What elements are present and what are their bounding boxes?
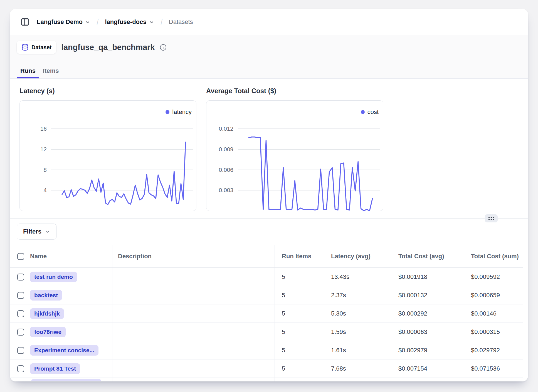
tab-runs[interactable]: Runs [17,67,39,78]
breadcrumb-separator: / [97,17,99,27]
table-body: test run demo 5 13.43s $0.001918 $0.0095… [10,268,523,381]
main-card: Langfuse Demo / langfuse-docs / Datasets… [10,9,528,381]
total-cost-sum-value: $0.000659 [471,286,500,304]
run-name-pill[interactable]: hjkfdshjk [30,308,64,319]
legend-dot-icon [166,110,169,114]
table-row: test run demo 5 13.43s $0.001918 $0.0095… [10,268,523,286]
total-cost-avg-value: $0.001918 [398,268,427,286]
breadcrumb-org[interactable]: Langfuse Demo [37,18,90,26]
svg-text:8: 8 [43,167,47,173]
legend-label: latency [172,108,192,116]
top-bar: Langfuse Demo / langfuse-docs / Datasets [10,9,528,35]
total-cost-avg-value: $0.000063 [398,323,427,341]
breadcrumb-separator: / [161,17,162,27]
chevron-down-icon [45,229,50,234]
svg-text:12: 12 [40,146,47,152]
table-right-gutter [523,245,523,381]
latency-avg-value: 7.68s [331,359,346,378]
breadcrumb-section[interactable]: Datasets [169,18,193,26]
run-name-pill[interactable]: backtest [30,290,62,301]
run-items-value: 5 [282,323,285,341]
column-header-total-cost-sum[interactable]: Total Cost (sum) [471,245,519,268]
column-header-name[interactable]: Name [30,245,47,268]
total-cost-avg-value: $0.000132 [398,286,427,304]
dataset-badge: Dataset [17,41,56,54]
tab-items[interactable]: Items [39,67,62,78]
latency-chart[interactable]: 481216 latency [19,100,196,211]
svg-text:0.009: 0.009 [219,146,233,152]
database-icon [21,44,29,51]
row-checkbox[interactable] [17,310,24,317]
run-items-value: 5 [282,268,285,286]
table-header: Name Description Run Items Latency (avg)… [10,245,523,268]
dataset-header: Dataset langfuse_qa_benchmark RunsItems [10,35,528,79]
column-header-description[interactable]: Description [118,245,152,268]
row-checkbox[interactable] [17,329,24,336]
latency-avg-value: 2.37s [331,286,346,304]
total-cost-sum-value: $0.00146 [471,304,497,323]
svg-text:16: 16 [40,125,47,132]
latency-avg-value: 1.61s [331,341,346,359]
latency-chart-title: Latency (s) [19,87,55,95]
select-all-checkbox[interactable] [17,253,24,260]
total-cost-sum-value: $0.009592 [471,268,500,286]
breadcrumb-org-label: Langfuse Demo [37,18,83,26]
page-title: langfuse_qa_benchmark [61,43,155,52]
charts-section: Latency (s) 481216 latency Average Total… [10,79,528,218]
breadcrumb-project[interactable]: langfuse-docs [105,18,154,26]
total-cost-avg-value: $0.002979 [398,341,427,359]
run-items-value: 5 [282,304,285,323]
latency-avg-value: 5.30s [331,304,346,323]
table-row-partial [10,378,523,381]
chevron-down-icon [85,19,90,25]
run-name-pill[interactable]: foo78riwe [30,327,66,337]
run-items-value: 5 [282,359,285,378]
table-row: hjkfdshjk 5 5.30s $0.000292 $0.00146 [10,304,523,323]
column-header-run-items[interactable]: Run Items [282,245,311,268]
tab-bar: RunsItems [17,67,62,78]
column-header-total-cost-avg[interactable]: Total Cost (avg) [398,245,444,268]
svg-text:4: 4 [43,187,47,193]
total-cost-sum-value: $0.029792 [471,341,500,359]
panel-left-icon [20,17,30,27]
run-items-value: 5 [282,341,285,359]
run-items-value: 5 [282,286,285,304]
total-cost-sum-value: $0.071536 [471,359,500,378]
total-cost-avg-value: $0.007154 [398,359,427,378]
table-row: Prompt 81 Test 5 7.68s $0.007154 $0.0715… [10,359,523,378]
info-icon[interactable] [160,44,167,51]
latency-avg-value: 1.59s [331,323,346,341]
run-name-pill[interactable]: Experiment concise... [30,345,98,356]
table-row: foo78riwe 5 1.59s $0.000063 $0.000315 [10,323,523,341]
dataset-badge-label: Dataset [31,44,51,51]
row-checkbox[interactable] [17,365,24,372]
section-divider [10,218,528,219]
table-row: backtest 5 2.37s $0.000132 $0.000659 [10,286,523,304]
legend-dot-icon [361,110,365,114]
grip-dots-icon [488,216,495,221]
runs-table: Name Description Run Items Latency (avg)… [10,245,523,381]
run-name-pill[interactable] [31,379,101,381]
latency-avg-value: 13.43s [331,268,349,286]
cost-chart[interactable]: 0.0030.0060.0090.012 cost [206,100,383,211]
cost-chart-title: Average Total Cost ($) [206,87,276,95]
legend-label: cost [367,108,379,116]
breadcrumb-project-label: langfuse-docs [105,18,146,26]
filters-button[interactable]: Filters [17,224,57,240]
sidebar-toggle-button[interactable] [19,16,31,28]
svg-text:0.003: 0.003 [219,187,233,193]
row-checkbox[interactable] [17,274,24,281]
total-cost-sum-value: $0.000315 [471,323,500,341]
svg-text:0.006: 0.006 [219,167,233,173]
run-name-pill[interactable]: Prompt 81 Test [30,363,80,374]
row-checkbox[interactable] [17,292,24,299]
chevron-down-icon [149,19,154,25]
svg-text:0.012: 0.012 [219,125,233,132]
row-checkbox[interactable] [17,347,24,354]
run-name-pill[interactable]: test run demo [30,272,77,282]
column-header-latency-avg[interactable]: Latency (avg) [331,245,371,268]
resize-drag-handle[interactable] [485,214,498,222]
total-cost-avg-value: $0.000292 [398,304,427,323]
cost-legend: cost [361,108,379,116]
table-row: Experiment concise... 5 1.61s $0.002979 … [10,341,523,359]
